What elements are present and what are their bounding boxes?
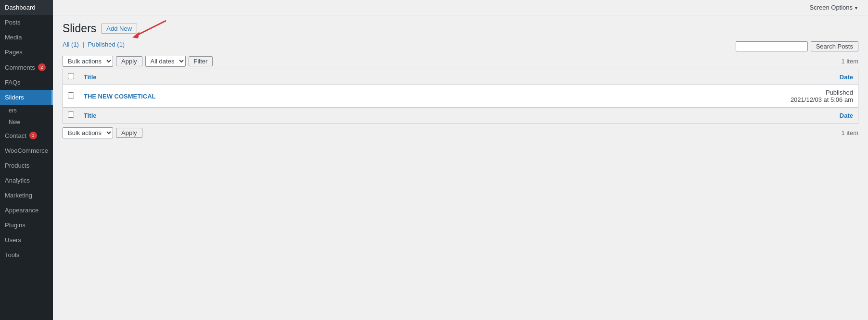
sidebar-item-label: Products [5,162,29,169]
row-date-col: Published 2021/12/03 at 5:06 am [492,85,858,108]
items-count-bottom: 1 item [842,129,858,136]
bulk-actions-select-bottom[interactable]: Bulk actions [63,127,113,138]
sidebar-item-woocommerce[interactable]: WooCommerce [0,143,53,158]
footer-title-link[interactable]: Title [84,112,97,119]
sidebar-item-label: Posts [5,19,21,26]
items-count-label-bottom: 1 item [842,129,858,136]
filter-all-link[interactable]: All (1) [63,41,79,48]
footer-date-col: Date [492,108,858,123]
sidebar-item-media[interactable]: Media [0,30,53,45]
sidebar-item-comments[interactable]: Comments 2 [0,60,53,75]
sidebar-item-label: Tools [5,251,19,258]
sidebar-item-pages[interactable]: Pages [0,45,53,60]
date-value: 2021/12/03 at 5:06 am [497,96,853,103]
table-header-row: Title Date [63,69,858,85]
search-posts-input[interactable] [736,41,808,51]
row-check-col [63,85,79,108]
footer-title-col: Title [79,108,492,123]
filter-button[interactable]: Filter [189,56,213,66]
filter-published-link[interactable]: Published (1) [88,41,125,48]
sidebar-item-label: FAQs [5,79,21,86]
header-title-col: Title [79,69,492,85]
svg-line-0 [137,21,166,35]
sidebar-item-contact[interactable]: Contact 1 [0,128,53,143]
page-header: Sliders Add New [63,22,858,35]
sidebar-item-tools[interactable]: Tools [0,247,53,262]
sidebar-item-appearance[interactable]: Appearance [0,203,53,218]
search-area: Search Posts [736,41,858,51]
sidebar-item-analytics[interactable]: Analytics [0,173,53,188]
filter-links: All (1) | Published (1) [63,41,125,48]
select-all-checkbox[interactable] [68,73,74,79]
select-all-footer-checkbox[interactable] [68,111,74,118]
bulk-actions-select-top[interactable]: Bulk actions [63,56,113,67]
sidebar-sub-label: ers [9,107,17,114]
sidebar-item-marketing[interactable]: Marketing [0,188,53,203]
sidebar-item-sliders[interactable]: Sliders [0,90,53,105]
sidebar-item-label: WooCommerce [5,147,48,154]
date-status: Published [497,89,853,96]
sidebar-sub-sliders-list[interactable]: ers [0,105,53,116]
title-column-link[interactable]: Title [84,74,97,81]
sidebar: Dashboard Posts Media Pages Comments 2 F… [0,0,53,320]
post-title-link[interactable]: THE NEW COSMETICAL [84,93,156,100]
sidebar-item-label: Users [5,236,21,244]
filter-separator: | [83,41,84,48]
sidebar-item-label: Marketing [5,192,32,199]
comments-badge: 2 [38,63,46,71]
top-toolbar: Bulk actions Apply All dates Filter 1 it… [63,56,858,67]
add-new-button[interactable]: Add New [101,24,137,34]
sidebar-sub-sliders-new[interactable]: New [0,116,53,128]
sidebar-item-label: Plugins [5,222,26,229]
table-footer-row: Title Date [63,108,858,123]
sidebar-item-label: Analytics [5,177,30,184]
table-row: THE NEW COSMETICAL Published 2021/12/03 … [63,85,858,108]
sidebar-item-label: Pages [5,49,23,56]
bottom-toolbar: Bulk actions Apply 1 item [63,127,858,138]
page-title: Sliders [63,22,96,35]
posts-table: Title Date THE NEW COSME [63,69,858,123]
sidebar-item-label: Sliders [5,94,24,101]
sidebar-item-label: Contact [5,132,26,139]
topbar: Screen Options [53,0,868,15]
date-filter-select[interactable]: All dates [145,56,186,67]
sidebar-item-label: Comments [5,64,35,71]
search-posts-button[interactable]: Search Posts [811,41,858,51]
sidebar-item-products[interactable]: Products [0,158,53,173]
row-checkbox[interactable] [68,92,74,98]
sidebar-item-posts[interactable]: Posts [0,15,53,30]
contact-badge: 1 [29,132,37,139]
page-content: Sliders Add New All (1) | Published (1) … [53,15,868,320]
date-column-link[interactable]: Date [840,74,853,81]
sidebar-item-label: Dashboard [5,4,36,11]
sidebar-item-faqs[interactable]: FAQs [0,75,53,90]
footer-check-col [63,108,79,123]
items-count-top: 1 item [842,58,858,65]
apply-button-top[interactable]: Apply [116,56,142,66]
header-check-col [63,69,79,85]
items-count-label-top: 1 item [842,58,858,65]
arrow-annotation [132,18,171,44]
header-date-col: Date [492,69,858,85]
sidebar-item-label: Appearance [5,207,38,214]
sidebar-item-users[interactable]: Users [0,233,53,247]
sidebar-item-dashboard[interactable]: Dashboard [0,0,53,15]
main-content: Screen Options Sliders Add New All (1) |… [53,0,868,320]
apply-button-bottom[interactable]: Apply [116,128,142,138]
sidebar-sub-label: New [9,119,20,125]
sidebar-item-label: Media [5,34,22,41]
footer-date-link[interactable]: Date [840,112,853,119]
row-title-col: THE NEW COSMETICAL [79,85,492,108]
sidebar-item-plugins[interactable]: Plugins [0,218,53,233]
screen-options-button[interactable]: Screen Options [805,3,862,12]
